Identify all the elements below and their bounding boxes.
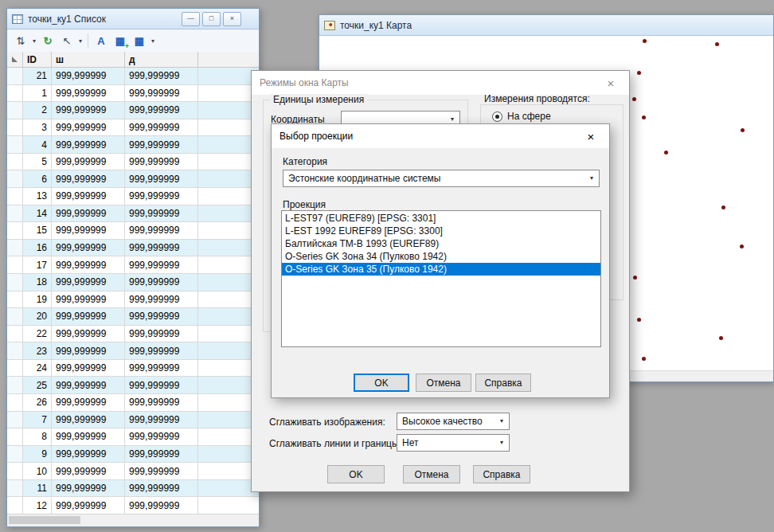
map-point[interactable] bbox=[740, 244, 744, 248]
cell-id[interactable]: 21 bbox=[23, 68, 52, 85]
cancel-button[interactable]: Отмена bbox=[416, 374, 471, 392]
cell-id[interactable]: 26 bbox=[23, 394, 52, 412]
cell-d[interactable]: 999,999999 bbox=[125, 188, 198, 205]
row-selector[interactable] bbox=[7, 428, 23, 446]
cell-sh[interactable]: 999,999999 bbox=[52, 274, 125, 291]
projection-list-item[interactable]: L-EST97 (EUREF89) [EPSG: 3301] bbox=[282, 212, 600, 225]
row-selector[interactable] bbox=[7, 205, 23, 223]
cell-id[interactable]: 17 bbox=[23, 256, 52, 274]
cell-sh[interactable]: 999,999999 bbox=[52, 188, 125, 205]
cell-d[interactable]: 999,999999 bbox=[125, 274, 198, 291]
cell-d[interactable]: 999,999999 bbox=[125, 256, 198, 274]
cell-d[interactable]: 999,999999 bbox=[125, 102, 198, 119]
cell-id[interactable]: 5 bbox=[23, 154, 52, 171]
cell-sh[interactable]: 999,999999 bbox=[52, 170, 125, 188]
map-point[interactable] bbox=[632, 97, 636, 101]
cell-d[interactable]: 999,999999 bbox=[125, 291, 198, 309]
cell-id[interactable]: 9 bbox=[23, 446, 52, 464]
map-point[interactable] bbox=[637, 318, 641, 322]
row-selector[interactable] bbox=[7, 68, 23, 85]
row-selector[interactable] bbox=[7, 274, 23, 291]
cell-sh[interactable]: 999,999999 bbox=[52, 68, 125, 85]
map-point[interactable] bbox=[715, 42, 719, 46]
choose-projection-dialog-titlebar[interactable]: Выбор проекции bbox=[272, 124, 609, 148]
chevron-down-icon[interactable]: ▾ bbox=[76, 37, 84, 45]
cell-d[interactable]: 999,999999 bbox=[125, 412, 198, 429]
ok-button[interactable]: OK bbox=[327, 465, 385, 483]
cell-d[interactable]: 999,999999 bbox=[125, 222, 198, 240]
cell-d[interactable]: 999,999999 bbox=[125, 68, 198, 85]
smooth-lines-combobox[interactable]: Нет ▾ bbox=[397, 434, 510, 452]
radio-on-sphere[interactable] bbox=[492, 111, 502, 122]
list-window-titlebar[interactable]: точки_ку1 Список — □ × bbox=[7, 9, 259, 29]
cell-sh[interactable]: 999,999999 bbox=[52, 463, 125, 480]
row-selector[interactable] bbox=[7, 170, 23, 188]
column-header-sh[interactable]: ш bbox=[52, 52, 125, 68]
cell-id[interactable]: 14 bbox=[23, 205, 52, 223]
cell-d[interactable]: 999,999999 bbox=[125, 480, 198, 498]
ok-button[interactable]: OK bbox=[354, 374, 409, 392]
cell-sh[interactable]: 999,999999 bbox=[52, 446, 125, 464]
cell-sh[interactable]: 999,999999 bbox=[52, 240, 125, 257]
row-selector[interactable] bbox=[7, 377, 23, 394]
cell-id[interactable]: 2 bbox=[23, 102, 52, 119]
cell-sh[interactable]: 999,999999 bbox=[52, 222, 125, 240]
cell-id[interactable]: 11 bbox=[23, 480, 52, 498]
row-selector[interactable] bbox=[7, 394, 23, 412]
row-selector[interactable] bbox=[7, 497, 23, 514]
cell-id[interactable]: 13 bbox=[23, 188, 52, 205]
cell-id[interactable]: 20 bbox=[23, 308, 52, 326]
column-header-d[interactable]: д bbox=[125, 52, 198, 68]
cell-d[interactable]: 999,999999 bbox=[125, 497, 198, 514]
row-selector[interactable] bbox=[7, 240, 23, 257]
cell-id[interactable]: 23 bbox=[23, 342, 52, 360]
row-selector[interactable] bbox=[7, 326, 23, 343]
map-point[interactable] bbox=[721, 205, 725, 209]
cell-id[interactable]: 3 bbox=[23, 119, 52, 137]
cell-id[interactable]: 4 bbox=[23, 136, 52, 154]
row-selector[interactable] bbox=[7, 463, 23, 480]
cell-id[interactable]: 10 bbox=[23, 463, 52, 480]
row-selector[interactable] bbox=[7, 291, 23, 309]
cell-sh[interactable]: 999,999999 bbox=[52, 102, 125, 119]
cell-d[interactable]: 999,999999 bbox=[125, 377, 198, 394]
cell-id[interactable]: 25 bbox=[23, 377, 52, 394]
row-selector[interactable] bbox=[7, 446, 23, 464]
cell-sh[interactable]: 999,999999 bbox=[52, 480, 125, 498]
row-selector[interactable] bbox=[7, 256, 23, 274]
cell-id[interactable]: 7 bbox=[23, 412, 52, 429]
refresh-button[interactable]: ↻ bbox=[38, 31, 57, 50]
font-button[interactable]: A bbox=[92, 31, 111, 50]
cell-sh[interactable]: 999,999999 bbox=[52, 205, 125, 223]
cell-id[interactable]: 1 bbox=[23, 85, 52, 103]
map-point[interactable] bbox=[643, 39, 647, 43]
cell-d[interactable]: 999,999999 bbox=[125, 240, 198, 257]
projection-list-item[interactable]: O-Series GK Зона 35 (Пулково 1942) bbox=[282, 263, 600, 276]
add-records-button[interactable]: ▦ + bbox=[111, 31, 130, 50]
cell-d[interactable]: 999,999999 bbox=[125, 446, 198, 464]
minimize-button[interactable]: — bbox=[182, 12, 200, 26]
row-selector[interactable] bbox=[7, 188, 23, 205]
map-point[interactable] bbox=[741, 128, 745, 132]
category-combobox[interactable]: Эстонские координатные системы ▾ bbox=[283, 170, 600, 187]
cell-d[interactable]: 999,999999 bbox=[125, 394, 198, 412]
columns-button[interactable]: ▦ bbox=[130, 31, 149, 50]
row-selector[interactable] bbox=[7, 342, 23, 360]
cell-d[interactable]: 999,999999 bbox=[125, 326, 198, 343]
cell-sh[interactable]: 999,999999 bbox=[52, 154, 125, 171]
row-selector[interactable] bbox=[7, 222, 23, 240]
map-point[interactable] bbox=[719, 336, 723, 340]
cell-sh[interactable]: 999,999999 bbox=[52, 85, 125, 103]
maximize-button[interactable]: □ bbox=[202, 12, 221, 26]
projection-list-item[interactable]: O-Series GK Зона 34 (Пулково 1942) bbox=[282, 250, 600, 263]
row-selector[interactable] bbox=[7, 480, 23, 498]
projection-list-item[interactable]: Балтийская TM-B 1993 (EUREF89) bbox=[282, 237, 600, 250]
cell-d[interactable]: 999,999999 bbox=[125, 428, 198, 446]
select-tool-button[interactable]: ↖ bbox=[57, 31, 76, 50]
projection-listbox[interactable]: L-EST97 (EUREF89) [EPSG: 3301]L-EST 1992… bbox=[281, 210, 601, 347]
cell-sh[interactable]: 999,999999 bbox=[52, 360, 125, 377]
map-window-titlebar[interactable]: точки_ку1 Карта bbox=[319, 15, 773, 36]
cell-sh[interactable]: 999,999999 bbox=[52, 119, 125, 137]
cell-sh[interactable]: 999,999999 bbox=[52, 342, 125, 360]
cell-sh[interactable]: 999,999999 bbox=[52, 394, 125, 412]
